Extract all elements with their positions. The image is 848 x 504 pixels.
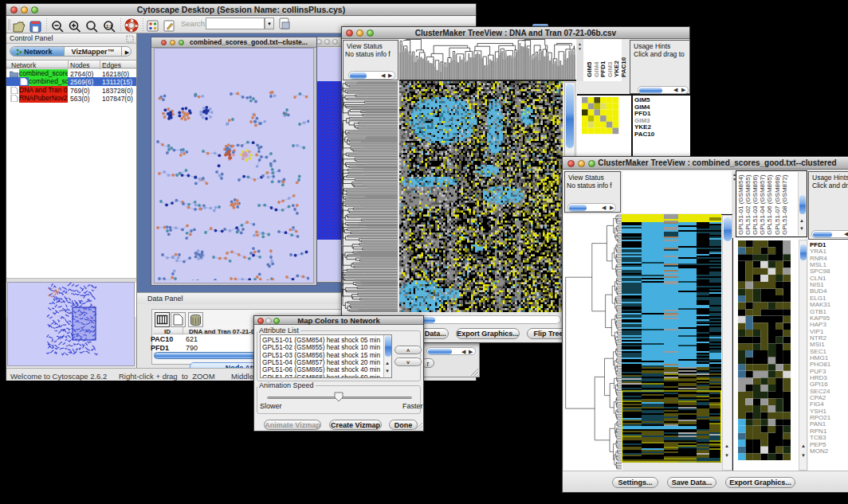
svg-text:1:1: 1:1	[106, 24, 112, 29]
